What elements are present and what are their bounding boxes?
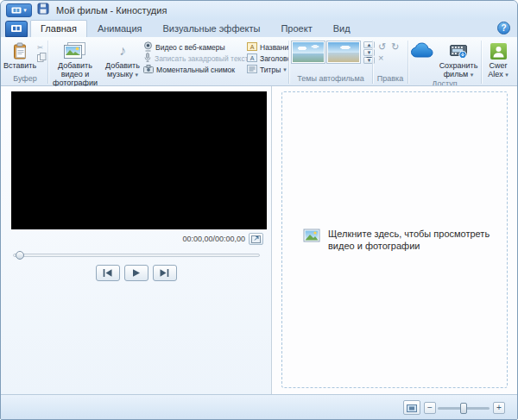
- group-share: Сохранить фильм ▾ Доступ: [408, 38, 481, 85]
- app-window: ▾ Мой фильм - Киностудия Главная Анимаци…: [0, 0, 518, 420]
- dropdown-arrow-icon: ▾: [135, 72, 138, 78]
- ribbon-tabs: Главная Анимация Визуальные эффекты Прое…: [30, 20, 361, 37]
- storyboard-pane: Щелкните здесь, чтобы просмотреть видео …: [271, 86, 517, 394]
- group-label-clipboard: Буфер: [3, 74, 47, 85]
- help-button[interactable]: ?: [497, 22, 510, 34]
- zoom-slider[interactable]: [438, 407, 490, 410]
- record-narration-button[interactable]: Записать закадровый текст ▾: [143, 53, 247, 64]
- preview-pane: 00:00,00/00:00,00: [1, 86, 271, 394]
- fit-to-window-button[interactable]: [403, 400, 420, 415]
- group-label-account: [482, 79, 515, 85]
- titlebar: ▾ Мой фильм - Киностудия: [1, 1, 517, 20]
- snapshot-button[interactable]: Моментальный снимок: [143, 64, 247, 75]
- paste-button[interactable]: Вставить: [3, 40, 37, 74]
- cut-button[interactable]: ✂: [37, 41, 47, 53]
- window-title: Мой фильм - Киностудия: [56, 1, 167, 20]
- main-area: 00:00,00/00:00,00: [1, 86, 517, 394]
- group-edit: ↺ ↻ × Правка: [373, 38, 407, 85]
- group-clipboard: Вставить ✂ Буфер: [3, 38, 47, 85]
- dropdown-arrow-icon: ▾: [283, 66, 287, 73]
- photo-icon: [303, 228, 321, 247]
- svg-text:A: A: [250, 43, 255, 49]
- microphone-icon: [143, 53, 152, 64]
- group-themes: ▲ ▼ ▼ Темы автофильма: [289, 38, 372, 85]
- group-add: Добавить видео и фотографии ♪ Добавить м…: [48, 38, 288, 85]
- dropdown-arrow-icon: ▾: [505, 72, 509, 78]
- add-music-button[interactable]: ♪ Добавить музыку ▾: [102, 40, 143, 87]
- title-slide-icon: A: [247, 42, 257, 53]
- camera-icon: [143, 65, 154, 75]
- save-movie-button[interactable]: Сохранить фильм ▾: [438, 40, 479, 79]
- group-label-edit: Правка: [373, 74, 407, 85]
- caption-slide-icon: A: [247, 53, 257, 64]
- dropdown-arrow-icon: ▾: [471, 72, 474, 78]
- browse-hint-text: Щелкните здесь, чтобы просмотреть видео …: [328, 228, 512, 252]
- previous-frame-icon: [102, 266, 113, 281]
- play-icon: [131, 266, 141, 281]
- webcam-icon: [143, 41, 153, 53]
- themes-gallery: ▲ ▼ ▼: [289, 40, 375, 64]
- save-quick-button[interactable]: [35, 3, 51, 17]
- add-videos-button[interactable]: Добавить видео и фотографии: [48, 40, 102, 87]
- playback-controls: [1, 265, 271, 281]
- remove-button[interactable]: ×: [378, 53, 383, 63]
- copy-icon: [37, 53, 47, 64]
- tab-home[interactable]: Главная: [30, 20, 87, 37]
- next-frame-button[interactable]: [153, 265, 177, 281]
- credits-slide-icon: [247, 65, 257, 75]
- onedrive-share-button[interactable]: [408, 40, 438, 79]
- next-frame-icon: [159, 266, 170, 281]
- timecode: 00:00,00/00:00,00: [182, 235, 245, 243]
- fit-icon: [407, 400, 417, 416]
- save-movie-icon: [450, 41, 467, 61]
- copy-button[interactable]: [37, 53, 47, 64]
- avatar: [490, 41, 507, 61]
- clipboard-paste-icon: [12, 41, 28, 61]
- seek-slider[interactable]: [13, 254, 260, 257]
- group-label-themes: Темы автофильма: [289, 74, 372, 85]
- previous-frame-button[interactable]: [96, 265, 120, 281]
- group-label-share: Доступ: [408, 79, 481, 85]
- ribbon: Вставить ✂ Буфер Добавить видео и: [1, 37, 517, 86]
- theme-thumbnail[interactable]: [327, 41, 360, 63]
- add-credits-button[interactable]: Титры ▾: [247, 64, 288, 75]
- tab-view[interactable]: Вид: [323, 20, 361, 37]
- statusbar: − +: [1, 394, 517, 419]
- group-account: Cwer Alex ▾: [482, 38, 515, 85]
- add-caption-button[interactable]: A Заголовок: [247, 53, 288, 64]
- browse-hint[interactable]: Щелкните здесь, чтобы просмотреть видео …: [303, 228, 512, 252]
- seek-thumb[interactable]: [16, 251, 24, 260]
- zoom-out-button[interactable]: −: [424, 402, 436, 414]
- drop-area[interactable]: Щелкните здесь, чтобы просмотреть видео …: [281, 91, 508, 388]
- filmstrip-icon: [11, 3, 22, 18]
- file-menu-button[interactable]: [5, 21, 28, 37]
- tab-animation[interactable]: Анимация: [87, 20, 153, 37]
- webcam-video-button[interactable]: Видео с веб-камеры: [143, 41, 247, 53]
- zoom-thumb[interactable]: [460, 403, 467, 414]
- zoom-in-button[interactable]: +: [493, 402, 505, 414]
- theme-thumbnail[interactable]: [292, 41, 325, 63]
- ribbon-tab-row: Главная Анимация Визуальные эффекты Прое…: [1, 20, 517, 37]
- rotate-right-button[interactable]: ↻: [391, 42, 399, 52]
- tab-visual-effects[interactable]: Визуальные эффекты: [153, 20, 271, 37]
- cloud-icon: [410, 41, 436, 61]
- svg-text:A: A: [250, 55, 255, 61]
- tab-project[interactable]: Проект: [270, 20, 322, 37]
- music-note-icon: ♪: [119, 41, 126, 61]
- dropdown-arrow-icon: ▾: [23, 7, 27, 14]
- play-button[interactable]: [124, 265, 148, 281]
- expand-preview-button[interactable]: [249, 233, 263, 245]
- filmstrip-icon: [10, 22, 22, 37]
- add-title-button[interactable]: A Название: [247, 41, 288, 53]
- save-icon: [37, 3, 49, 18]
- account-button[interactable]: Cwer Alex ▾: [482, 40, 515, 79]
- rotate-left-button[interactable]: ↺: [378, 42, 386, 52]
- scissors-icon: ✂: [37, 43, 43, 52]
- app-icon-button[interactable]: ▾: [6, 3, 32, 17]
- fullscreen-icon: [251, 231, 261, 247]
- photos-icon: [64, 41, 86, 61]
- video-preview: [11, 91, 267, 229]
